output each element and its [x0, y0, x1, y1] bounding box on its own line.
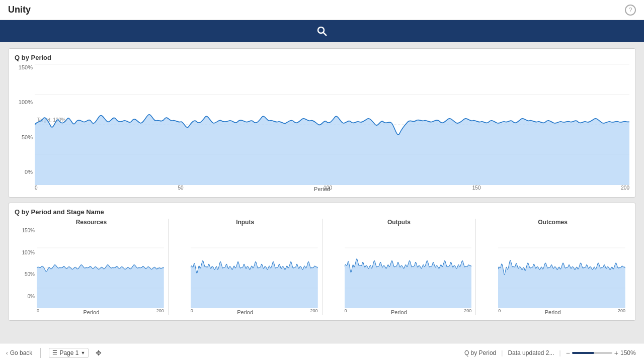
app-title: Unity — [8, 5, 31, 15]
small-charts-row: Resources 150% 100% 50% 0% — [15, 219, 629, 315]
chart1-title: Q by Period — [15, 54, 629, 61]
page-label: Page 1 — [59, 349, 78, 356]
bottom-left-controls: ‹ Go back ☰ Page 1 ▼ ✥ — [6, 348, 105, 358]
chart-q-by-period: Q by Period 150% 100% 50% 0% — [8, 48, 636, 198]
x-axis-ticks-big: 0 50 100 150 200 — [15, 185, 629, 191]
small-chart-outputs: Outputs — [323, 219, 476, 315]
big-chart-area: 150% 100% 50% 0% Target: 100% — [15, 64, 629, 185]
resources-plot — [37, 228, 164, 308]
go-back-arrow-icon: ‹ — [6, 350, 8, 356]
separator-pipe2: | — [559, 349, 561, 356]
bottom-right-info: Q by Period | Data updated 2... | − + 15… — [464, 349, 638, 357]
chart-q-by-period-stage: Q by Period and Stage Name Resources 150… — [8, 203, 636, 321]
search-icon — [316, 25, 328, 37]
chart-svg-big: Target: 100% — [35, 64, 629, 185]
main-content: Q by Period 150% 100% 50% 0% — [0, 42, 644, 343]
help-button[interactable]: ? — [625, 5, 636, 16]
stage-outputs-label: Outputs — [327, 219, 472, 226]
page-chevron-icon: ▼ — [80, 350, 85, 355]
expand-icon: ✥ — [96, 349, 102, 357]
svg-point-0 — [318, 27, 324, 33]
separator1 — [40, 348, 41, 358]
page-selector[interactable]: ☰ Page 1 ▼ — [49, 348, 89, 358]
zoom-level-label: 150% — [620, 349, 638, 356]
zoom-plus-icon[interactable]: + — [614, 349, 618, 357]
stage-inputs-label: Inputs — [173, 219, 318, 226]
small-chart-outcomes: Outcomes — [476, 219, 629, 315]
small-chart-inputs: Inputs — [169, 219, 323, 315]
page-icon: ☰ — [52, 349, 57, 356]
expand-button[interactable]: ✥ — [93, 348, 105, 358]
inputs-plot — [191, 228, 318, 308]
zoom-slider-fill — [572, 352, 594, 354]
top-bar: Unity ? — [0, 0, 644, 20]
zoom-slider[interactable] — [572, 352, 612, 354]
outcomes-plot — [498, 228, 625, 308]
chart-plot-big: Target: 100% — [35, 64, 629, 185]
data-updated-label: Data updated 2... — [508, 349, 554, 356]
bottom-bar: ‹ Go back ☰ Page 1 ▼ ✥ Q by Period | Dat… — [0, 343, 644, 362]
go-back-button[interactable]: ‹ Go back — [6, 349, 32, 356]
separator-pipe: | — [501, 349, 503, 356]
stage-outcomes-label: Outcomes — [480, 219, 625, 226]
outputs-plot — [345, 228, 472, 308]
zoom-minus-icon[interactable]: − — [566, 349, 570, 357]
search-bar[interactable] — [0, 20, 644, 42]
y-axis-big: 150% 100% 50% 0% — [15, 64, 35, 185]
small-chart-resources: Resources 150% 100% 50% 0% — [15, 219, 169, 315]
chart2-title: Q by Period and Stage Name — [15, 208, 629, 216]
stage-resources-label: Resources — [19, 219, 164, 226]
zoom-control[interactable]: − + 150% — [566, 349, 638, 357]
go-back-label: Go back — [10, 349, 33, 356]
current-view-label: Q by Period — [464, 349, 496, 356]
svg-line-1 — [324, 33, 327, 36]
